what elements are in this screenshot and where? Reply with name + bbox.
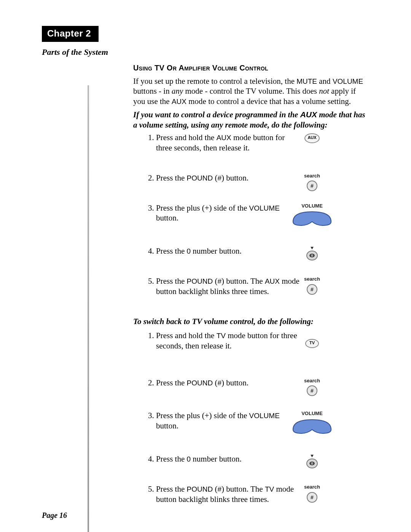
search-label: search [304,173,320,179]
aux-button-label: AUX [307,135,316,140]
step-3: Press the plus (+) side of the VOLUME bu… [156,411,369,454]
intro-paragraph: If you set up the remote to control a te… [133,76,369,107]
steps-tv: Press and hold the TV mode button for th… [133,331,369,524]
tv-instruction-intro: To switch back to TV volume control, do … [133,316,369,327]
zero-button-icon: 0 [289,246,335,261]
svg-marker-12 [311,455,314,457]
pound-button-icon: search # [289,484,335,503]
volume-button-icon: VOLUME [282,411,342,435]
step-3: Press the plus (+) side of the VOLUME bu… [156,203,369,246]
chapter-badge: Chapter 2 [42,26,99,42]
tv-button-icon: TV [289,338,335,349]
svg-text:#: # [311,286,314,292]
svg-text:0: 0 [311,462,313,465]
volume-button-icon: VOLUME [282,203,342,227]
pound-button-icon: search # [289,173,335,192]
tv-button-label: TV [309,340,315,345]
page-number: Page 16 [42,511,67,520]
steps-aux: Press and hold the AUX mode button for t… [133,133,369,312]
step-1: Press and hold the TV mode button for th… [156,331,369,378]
section-title: Parts of the System [42,47,373,57]
step-2: Press the POUND (#) button. search # [156,378,369,411]
left-margin-bar [88,85,89,532]
search-label: search [304,484,320,490]
svg-text:#: # [311,494,314,500]
volume-label: VOLUME [301,203,323,209]
search-label: search [304,378,320,384]
svg-text:0: 0 [311,254,313,257]
svg-marker-3 [311,247,314,249]
main-content: Using TV Or Amplifier Volume Control If … [133,63,369,524]
step-5: Press the POUND (#) button. The TV mode … [156,484,369,524]
svg-text:#: # [311,183,314,189]
pound-button-icon: search # [289,378,335,397]
aux-instruction-intro: If you want to control a device programm… [133,110,369,130]
heading-volume-control: Using TV Or Amplifier Volume Control [133,63,369,73]
step-4: Press the 0 number button. 0 [156,454,369,484]
step-1: Press and hold the AUX mode button for t… [156,133,369,173]
zero-button-icon: 0 [289,454,335,469]
step-4: Press the 0 number button. 0 [156,246,369,276]
step-5: Press the POUND (#) button. The AUX mode… [156,276,369,312]
svg-text:#: # [311,388,314,394]
pound-button-icon: search # [289,276,335,295]
volume-label: VOLUME [301,411,323,417]
aux-button-icon: AUX [289,133,335,144]
step-2: Press the POUND (#) button. search # [156,173,369,203]
search-label: search [304,276,320,283]
